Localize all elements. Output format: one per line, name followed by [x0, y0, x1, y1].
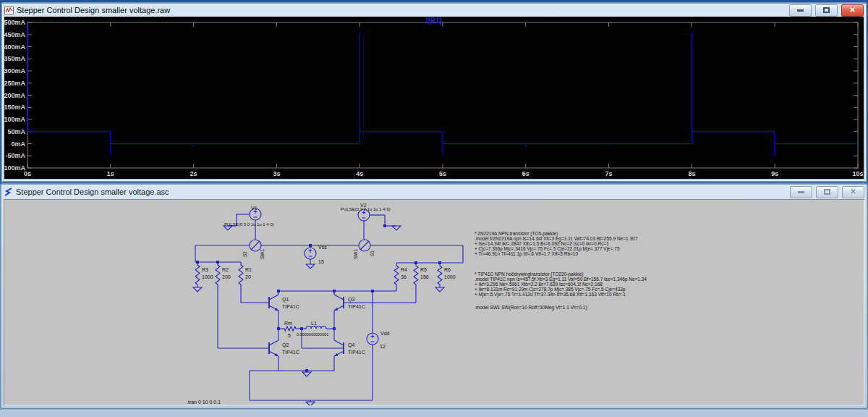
- label-R3: R3: [202, 267, 208, 272]
- ground-symbol[interactable]: [306, 402, 315, 405]
- resistor-R2[interactable]: [216, 262, 220, 287]
- model-Q4: TIP41C: [348, 350, 365, 355]
- resistor-R6[interactable]: [438, 263, 442, 287]
- model-S2: SW1: [260, 249, 265, 259]
- label-Q2: Q2: [282, 342, 289, 348]
- value-R6: 1000: [444, 274, 456, 279]
- ltspice-icon: [4, 188, 13, 196]
- voltage-source-Vdd[interactable]: [367, 333, 378, 345]
- x-tick-label: 3s: [273, 170, 280, 177]
- y-tick-label: 300mA: [4, 67, 25, 75]
- value-L1: 0.0000000000001: [297, 332, 328, 337]
- minimize-button[interactable]: [789, 4, 812, 17]
- restore-button[interactable]: [816, 186, 838, 198]
- schematic-window-title: Stepper Control Design smaller voltage.a…: [16, 188, 169, 196]
- junction-dot: [277, 290, 280, 292]
- junction-dot: [333, 327, 336, 330]
- value-R3: 1000: [202, 274, 213, 279]
- label-R5: R5: [420, 267, 427, 272]
- waveform-window: Stepper Control Design smaller voltage.r…: [1, 2, 867, 182]
- y-tick-label: -50mA: [5, 152, 25, 159]
- resistor-R4[interactable]: [394, 263, 399, 287]
- label-Rm: Rm: [284, 321, 292, 326]
- ground-symbol[interactable]: [435, 287, 444, 292]
- value-R2: 200: [222, 274, 231, 279]
- ground-symbol[interactable]: [193, 287, 202, 292]
- value-R5: 156: [420, 274, 429, 279]
- y-tick-label: 50mA: [7, 128, 25, 135]
- minimize-button[interactable]: [790, 186, 812, 198]
- ground-symbol[interactable]: [392, 226, 401, 230]
- y-tick-label: 350mA: [4, 55, 25, 62]
- y-tick-label: -100mA: [4, 164, 26, 172]
- restore-icon: [824, 189, 830, 195]
- value-V1-pulse: PULSE(0 3 0 1u 1u 1 4 0): [224, 222, 274, 227]
- label-Vss: Vss: [318, 245, 327, 250]
- inductor-L1[interactable]: [306, 327, 326, 329]
- y-tick-label: 150mA: [4, 104, 25, 111]
- transistor-Q2[interactable]: [269, 340, 278, 356]
- resistor-R5[interactable]: [414, 263, 418, 287]
- value-Rm: 5: [288, 333, 291, 338]
- label-S1: S1: [370, 250, 375, 256]
- value-V2-pulse: PULSE(0 3 2 1u 1u 1 4 0): [341, 207, 391, 211]
- model-text-line: + Ikf=3.296 Nk=.5961 Xtb=2.2 Br=7.639 Is…: [475, 282, 603, 287]
- junction-dot: [371, 290, 374, 292]
- schematic-canvas[interactable]: V1PULSE(0 3 0 1u 1u 1 4 0)V2PULSE(0 3 2 …: [4, 199, 864, 405]
- model-S1: SW1: [353, 249, 358, 259]
- value-R1: 20: [245, 274, 251, 279]
- x-tick-label: 4s: [356, 170, 363, 177]
- waveform-icon: [4, 7, 14, 14]
- resistor-R1[interactable]: [239, 262, 243, 287]
- label-Q4: Q4: [348, 342, 354, 348]
- model-text-line: + Tr=46.91n Tf=411.1p Itf=.6 Vtf=1.7 Xtf…: [475, 251, 578, 257]
- maximize-button[interactable]: [815, 4, 838, 17]
- label-S2: S2: [242, 251, 247, 257]
- label-R4: R4: [401, 267, 407, 272]
- label-L1: L1: [311, 321, 317, 326]
- junction-dot: [309, 244, 312, 247]
- resistor-R3[interactable]: [195, 262, 200, 287]
- switch-S1[interactable]: [359, 240, 370, 251]
- ground-symbol[interactable]: [306, 264, 315, 269]
- junction-dot: [333, 290, 336, 292]
- transistor-Q3[interactable]: [334, 295, 344, 311]
- ground-symbol[interactable]: [302, 372, 311, 376]
- label-Q1: Q1: [282, 297, 289, 303]
- x-tick-label: 7s: [605, 170, 613, 177]
- trace-label[interactable]: I(R1): [4, 17, 864, 25]
- close-button[interactable]: ✕: [841, 4, 864, 17]
- waveform-titlebar[interactable]: Stepper Control Design smaller voltage.r…: [2, 4, 866, 17]
- schematic-canvas-area[interactable]: V1PULSE(0 3 0 1u 1u 1 4 0)V2PULSE(0 3 2 …: [4, 199, 864, 405]
- y-tick-label: 450mA: [4, 31, 25, 38]
- x-tick-label: 10s: [852, 170, 863, 177]
- y-tick-label: 0mA: [11, 140, 25, 148]
- schematic-window: Stepper Control Design smaller voltage.a…: [0, 183, 868, 409]
- voltage-source-Vss[interactable]: [305, 248, 316, 259]
- waveform-trace[interactable]: [27, 22, 858, 156]
- minimize-icon: [797, 9, 804, 12]
- x-tick-label: 9s: [771, 170, 778, 177]
- label-R2: R2: [222, 267, 229, 272]
- y-tick-label: 200mA: [4, 92, 25, 99]
- value-R4: 36: [401, 274, 407, 279]
- x-tick-label: 2s: [190, 170, 197, 177]
- close-icon: ✕: [850, 188, 856, 195]
- waveform-plot[interactable]: 500mA450mA400mA350mA300mA250mA200mA150mA…: [4, 17, 864, 179]
- resistor-Rm[interactable]: [282, 327, 298, 331]
- x-tick-label: 5s: [439, 170, 446, 177]
- close-button[interactable]: ✕: [842, 186, 864, 198]
- x-tick-label: 0s: [24, 170, 31, 177]
- value-Vdd: 12: [380, 344, 386, 349]
- close-icon: ✕: [849, 7, 855, 14]
- x-tick-label: 1s: [107, 170, 114, 177]
- plot-area[interactable]: 500mA450mA400mA350mA300mA250mA200mA150mA…: [4, 17, 864, 179]
- junction-dot: [383, 224, 386, 227]
- transistor-Q1[interactable]: [269, 295, 278, 311]
- schematic-titlebar[interactable]: Stepper Control Design smaller voltage.a…: [1, 185, 867, 199]
- waveform-window-title: Stepper Control Design smaller voltage.r…: [17, 6, 170, 14]
- y-tick-label: 100mA: [4, 116, 25, 123]
- junction-dot: [305, 369, 308, 372]
- y-tick-label: 250mA: [4, 80, 25, 87]
- label-R6: R6: [444, 267, 451, 272]
